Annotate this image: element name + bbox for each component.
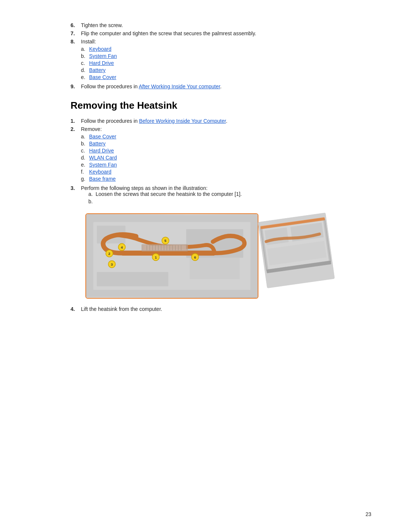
svg-rect-5 xyxy=(97,272,168,286)
heatsink-step-4-text: Lift the heatsink from the computer. xyxy=(81,306,330,312)
step-8-sublist: a. Keyboard b. System Fan c. Hard Drive … xyxy=(81,46,330,80)
step-9-text: Follow the procedures in xyxy=(81,83,139,89)
step-8b: b. System Fan xyxy=(81,53,330,59)
remove-2f-label: f. xyxy=(81,169,89,175)
remove-2a-label: a. xyxy=(81,134,89,139)
svg-text:1: 1 xyxy=(155,255,157,259)
step-8-text: Install: xyxy=(81,39,96,45)
remove-2e-label: e. xyxy=(81,162,89,168)
step-8e-label: e. xyxy=(81,74,89,80)
hard-drive-link-remove[interactable]: Hard Drive xyxy=(89,148,114,154)
hard-drive-link-install[interactable]: Hard Drive xyxy=(89,60,114,66)
heatsink-step-1: 1. Follow the procedures in Before Worki… xyxy=(71,118,330,124)
step-8d: d. Battery xyxy=(81,67,330,73)
step-3b: b. xyxy=(88,198,330,204)
remove-2f: f. Keyboard xyxy=(81,169,330,175)
step-8: 8. Install: a. Keyboard b. System Fan c.… xyxy=(71,39,330,81)
remove-2c: c. Hard Drive xyxy=(81,148,330,154)
svg-text:4: 4 xyxy=(121,245,123,249)
base-frame-link[interactable]: Base frame xyxy=(89,176,116,182)
heatsink-step-2: 2. Remove: a. Base Cover b. Battery c. H… xyxy=(71,126,330,183)
step-6: 6. Tighten the screw. xyxy=(71,22,330,28)
step-8a-label: a. xyxy=(81,46,89,52)
remove-2g-label: g. xyxy=(81,176,89,182)
illustration-container: 1 2 3 4 5 6 xyxy=(85,213,330,299)
heatsink-steps-list: 1. Follow the procedures in Before Worki… xyxy=(71,118,330,206)
base-cover-link-install[interactable]: Base Cover xyxy=(89,74,116,80)
remove-2c-label: c. xyxy=(81,148,89,154)
step-7-number: 7. xyxy=(71,30,81,36)
heatsink-step-2-number: 2. xyxy=(71,126,81,183)
step-3a-text: Loosen the screws that secure the heatsi… xyxy=(95,191,242,197)
step-8-content: Install: a. Keyboard b. System Fan c. Ha… xyxy=(81,39,330,81)
step-3a: a. Loosen the screws that secure the hea… xyxy=(88,191,330,197)
step-9-content: Follow the procedures in After Working I… xyxy=(81,83,330,89)
step-8e: e. Base Cover xyxy=(81,74,330,80)
svg-rect-4 xyxy=(190,258,240,279)
section-heading: Removing the Heatsink xyxy=(71,100,330,111)
svg-rect-6 xyxy=(122,251,215,256)
system-fan-link-remove[interactable]: System Fan xyxy=(89,162,117,168)
svg-text:3: 3 xyxy=(111,262,113,266)
before-working-link[interactable]: Before Working Inside Your Computer xyxy=(139,118,226,124)
remove-2b: b. Battery xyxy=(81,141,330,147)
page-number: 23 xyxy=(365,511,371,517)
step-3b-label: b. xyxy=(88,198,93,204)
step-6-text: Tighten the screw. xyxy=(81,22,330,28)
remove-2b-label: b. xyxy=(81,141,89,147)
heatsink-step-1-content: Follow the procedures in Before Working … xyxy=(81,118,330,124)
heatsink-step-4-number: 4. xyxy=(71,306,81,312)
step-8c: c. Hard Drive xyxy=(81,60,330,66)
step-8c-label: c. xyxy=(81,60,89,66)
svg-rect-37 xyxy=(264,227,288,245)
heatsink-step-3: 3. Perform the following steps as shown … xyxy=(71,185,330,206)
heatsink-remove-sublist: a. Base Cover b. Battery c. Hard Drive d… xyxy=(81,134,330,182)
heatsink-step-3-text: Perform the following steps as shown in … xyxy=(81,185,208,191)
heatsink-step-4: 4. Lift the heatsink from the computer. xyxy=(71,306,330,312)
heatsink-step-3-content: Perform the following steps as shown in … xyxy=(81,185,330,206)
battery-link-install[interactable]: Battery xyxy=(89,67,105,73)
heatsink-step-1-period: . xyxy=(226,118,227,124)
step-3a-label: a. xyxy=(88,191,95,197)
heatsink-diagram-svg: 1 2 3 4 5 6 xyxy=(86,214,258,298)
heatsink-step-1-text: Follow the procedures in xyxy=(81,118,139,124)
heatsink-step-3-number: 3. xyxy=(71,185,81,206)
base-cover-link-remove[interactable]: Base Cover xyxy=(89,134,116,139)
prior-steps-list: 6. Tighten the screw. 7. Flip the comput… xyxy=(71,22,330,89)
step-9: 9. Follow the procedures in After Workin… xyxy=(71,83,330,89)
after-working-link[interactable]: After Working Inside Your computer xyxy=(139,83,220,89)
step-6-number: 6. xyxy=(71,22,81,28)
remove-2a: a. Base Cover xyxy=(81,134,330,139)
system-fan-link-install[interactable]: System Fan xyxy=(89,53,117,59)
wlan-card-link[interactable]: WLAN Card xyxy=(89,155,117,161)
battery-link-remove[interactable]: Battery xyxy=(89,141,105,147)
step-8d-label: d. xyxy=(81,67,89,73)
remove-2d-label: d. xyxy=(81,155,89,161)
side-diagram-svg xyxy=(258,213,335,288)
step-7: 7. Flip the computer and tighten the scr… xyxy=(71,30,330,36)
svg-text:5: 5 xyxy=(164,239,167,243)
svg-text:6: 6 xyxy=(194,255,196,259)
keyboard-link[interactable]: Keyboard xyxy=(89,46,111,52)
main-diagram: 1 2 3 4 5 6 xyxy=(85,213,258,299)
step-8-number: 8. xyxy=(71,39,81,81)
step-9-period: . xyxy=(220,83,222,89)
step-9-number: 9. xyxy=(71,83,81,89)
side-diagram xyxy=(258,213,335,288)
remove-2e: e. System Fan xyxy=(81,162,330,168)
svg-text:2: 2 xyxy=(108,252,110,256)
remove-2d: d. WLAN Card xyxy=(81,155,330,161)
step-8a: a. Keyboard xyxy=(81,46,330,52)
heatsink-step-2-content: Remove: a. Base Cover b. Battery c. Hard… xyxy=(81,126,330,183)
remove-2g: g. Base frame xyxy=(81,176,330,182)
heatsink-step-2-text: Remove: xyxy=(81,126,102,132)
keyboard-link-remove[interactable]: Keyboard xyxy=(89,169,111,175)
step-8b-label: b. xyxy=(81,53,89,59)
step-4-list: 4. Lift the heatsink from the computer. xyxy=(71,306,330,312)
heatsink-step-1-number: 1. xyxy=(71,118,81,124)
step-7-text: Flip the computer and tighten the screw … xyxy=(81,30,330,36)
